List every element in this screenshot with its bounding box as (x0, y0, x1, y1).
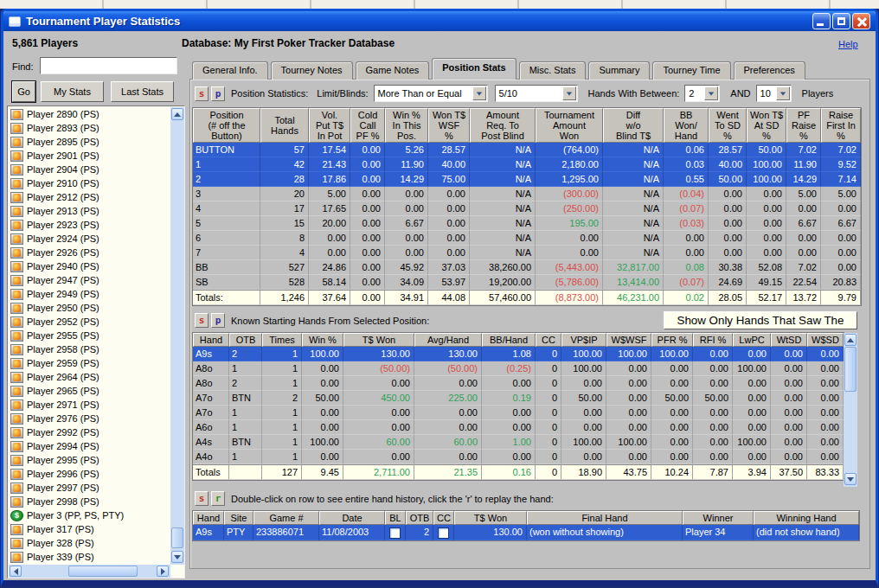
close-button[interactable] (852, 13, 870, 29)
scroll-right-button[interactable] (157, 566, 169, 577)
scroll-up-button[interactable] (171, 108, 183, 120)
player-list-item[interactable]: Player 2994 (PS) (9, 439, 170, 453)
checkbox[interactable] (385, 525, 406, 540)
player-list-item[interactable]: Player 2893 (PS) (9, 121, 170, 135)
player-list-item[interactable]: Player 2949 (PS) (9, 287, 170, 301)
player-list-item[interactable]: Player 2912 (PS) (9, 190, 170, 204)
table-row[interactable]: 3205.000.000.000.00N/A(300.00)N/A(0.04)0… (193, 187, 861, 201)
chevron-down-icon[interactable] (472, 86, 486, 100)
history-s-button[interactable]: s (195, 491, 209, 506)
scroll-down-button[interactable] (171, 551, 183, 563)
player-list-item[interactable]: Player 2890 (PS) (9, 107, 170, 121)
hands-s-button[interactable]: s (195, 313, 209, 328)
player-list-item[interactable]: Player 2971 (PS) (9, 398, 170, 412)
player-list-item[interactable]: Player 2924 (PS) (9, 232, 170, 246)
vertical-scrollbar[interactable] (170, 107, 184, 565)
tab[interactable]: General Info. (192, 61, 268, 80)
table-row[interactable]: 51520.000.006.670.00N/A195.00N/A(0.03)0.… (193, 216, 861, 231)
chevron-down-icon[interactable] (704, 86, 718, 100)
go-button[interactable]: Go (12, 81, 35, 102)
player-list-item[interactable]: Player 2923 (PS) (9, 218, 170, 232)
table-row[interactable]: 680.000.000.000.00N/A0.00N/A0.000.000.00… (193, 231, 861, 246)
table-row[interactable]: 740.000.000.000.00N/A0.00N/A0.000.000.00… (193, 246, 861, 260)
my-stats-button[interactable]: My Stats (41, 81, 104, 102)
player-list-item[interactable]: Player 2904 (PS) (9, 163, 170, 176)
chevron-down-icon[interactable] (776, 86, 790, 100)
scroll-down-button[interactable] (844, 473, 857, 485)
player-list-item[interactable]: Player 2997 (PS) (9, 481, 170, 495)
tab[interactable]: Tourney Time (652, 61, 730, 80)
player-list-item[interactable]: Player 3 (PP, PS, PTY) (9, 508, 170, 522)
minimize-button[interactable] (812, 13, 831, 29)
cell: 0.00 (561, 406, 606, 420)
tab[interactable]: Position Stats (432, 58, 516, 80)
table-row[interactable]: A4sBTN1100.0060.0060.001.000100.00100.00… (193, 435, 844, 450)
chevron-down-icon[interactable] (562, 86, 576, 100)
tab[interactable]: Game Notes (356, 61, 430, 80)
max-players-select[interactable]: 10 (756, 85, 792, 102)
player-list-item[interactable]: Player 2955 (PS) (9, 329, 170, 342)
player-list-item[interactable]: Player 339 (PS) (9, 550, 170, 564)
table-row[interactable]: A6o110.000.000.000.0000.000.000.000.000.… (193, 420, 844, 435)
maximize-button[interactable] (832, 13, 850, 29)
table-row[interactable]: Totals1279.452,711.0021.350.16018.9043.7… (193, 464, 844, 480)
table-row[interactable]: 41717.650.000.000.00N/A(250.00)N/A(0.07)… (193, 201, 861, 216)
player-list-item[interactable]: Player 2964 (PS) (9, 370, 170, 384)
player-list-item[interactable]: Player 2992 (PS) (9, 425, 170, 439)
show-flop-hands-button[interactable]: Show Only Hands That Saw The Flop (664, 311, 857, 329)
table-row[interactable]: SB52858.140.0034.0953.9719,200.00(5,786.… (193, 275, 861, 290)
help-link[interactable]: Help (838, 39, 858, 49)
table-row[interactable]: A7oBTN250.00450.00225.000.19050.000.0050… (193, 391, 844, 406)
tab[interactable]: Misc. Stats (519, 61, 587, 80)
player-list-item[interactable]: Player 2995 (PS) (9, 453, 170, 467)
table-row[interactable]: Totals:1,24637.640.0034.9144.0857,460.00… (193, 290, 861, 305)
table-row[interactable]: A8o110.00(50.00)(50.00)(0.25)0100.000.00… (193, 361, 844, 376)
table-row[interactable]: A8o210.000.000.000.0000.000.000.000.000.… (193, 376, 844, 391)
player-list-item[interactable]: Player 2913 (PS) (9, 204, 170, 218)
stats-s-button[interactable]: s (195, 86, 209, 101)
history-replay-button[interactable]: r (211, 491, 225, 506)
min-players-select[interactable]: 2 (684, 85, 720, 102)
find-input[interactable] (40, 57, 177, 74)
player-list-item[interactable]: Player 317 (PS) (9, 522, 170, 536)
table-row[interactable]: A4o110.000.000.000.0000.000.000.000.000.… (193, 450, 844, 464)
player-list-item[interactable]: Player 2895 (PS) (9, 135, 170, 149)
table-row[interactable]: 22817.860.0014.2975.00N/A1,295.00N/A0.55… (193, 172, 861, 187)
table-row[interactable]: A9sPTY23388607111/08/20032130.00(won wit… (193, 525, 859, 540)
tab[interactable]: Summary (588, 61, 650, 80)
player-list-item[interactable]: Player 2940 (PS) (9, 259, 170, 273)
player-list-item[interactable]: Player 2965 (PS) (9, 384, 170, 398)
player-list-item[interactable]: Player 2996 (PS) (9, 467, 170, 481)
player-list-item[interactable]: Player 2952 (PS) (9, 315, 170, 329)
player-list-item[interactable]: Player 2976 (PS) (9, 412, 170, 425)
scroll-up-button[interactable] (844, 334, 857, 346)
horizontal-scroll-thumb[interactable] (68, 566, 138, 577)
vertical-scroll-thumb[interactable] (844, 347, 857, 392)
blinds-select[interactable]: 5/10 (495, 85, 578, 102)
player-list-item[interactable]: Player 2910 (PS) (9, 176, 170, 190)
table-row[interactable]: BB52724.860.0045.9237.0338,260.00(5,443.… (193, 260, 861, 275)
table-row[interactable]: A7o110.000.000.000.0000.000.000.000.000.… (193, 406, 844, 420)
player-list-item[interactable]: Player 2947 (PS) (9, 273, 170, 287)
cell: (0.04) (664, 187, 709, 201)
scroll-left-button[interactable] (10, 566, 22, 577)
hands-p-button[interactable]: p (211, 313, 225, 328)
tab[interactable]: Tourney Notes (271, 61, 353, 80)
player-list-item[interactable]: Player 2959 (PS) (9, 356, 170, 370)
player-list-item[interactable]: Player 2958 (PS) (9, 342, 170, 356)
checkbox[interactable] (433, 525, 454, 540)
player-list-item[interactable]: Player 328 (PS) (9, 536, 170, 550)
tab[interactable]: Preferences (734, 61, 805, 80)
player-list-item[interactable]: Player 2998 (PS) (9, 495, 170, 508)
limit-select[interactable]: More Than or Equal (374, 85, 488, 102)
last-stats-button[interactable]: Last Stats (111, 81, 174, 102)
player-name: Player 2901 (PS) (27, 150, 99, 161)
player-list-item[interactable]: Player 2950 (PS) (9, 301, 170, 315)
stats-p-button[interactable]: p (211, 86, 225, 101)
table-row[interactable]: 14221.430.0011.9040.00N/A2,180.00N/A0.03… (193, 157, 861, 172)
table-row[interactable]: A9s21100.00130.00130.001.080100.00100.00… (193, 347, 844, 361)
vertical-scroll-thumb[interactable] (171, 527, 183, 548)
player-list-item[interactable]: Player 2901 (PS) (9, 149, 170, 163)
player-list-item[interactable]: Player 2926 (PS) (9, 246, 170, 259)
table-row[interactable]: BUTTON5717.540.005.2628.57N/A(764.00)N/A… (193, 143, 861, 157)
